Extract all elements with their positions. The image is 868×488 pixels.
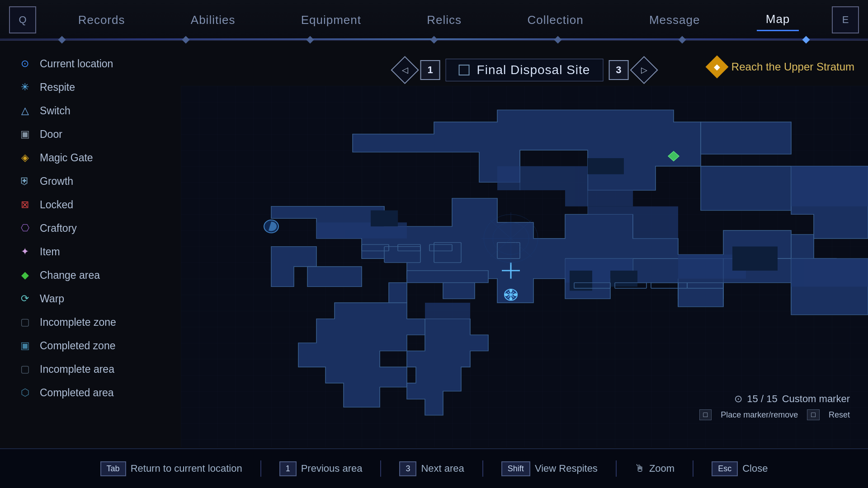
locked-icon: ⊠ [17, 197, 33, 212]
esc-key: Esc [712, 461, 738, 476]
item-label: Item [40, 246, 60, 258]
next-area-label: Next area [421, 463, 464, 474]
objective-label: Reach the Upper Stratum [731, 61, 854, 73]
change-area-icon: ◆ [17, 267, 33, 283]
legend-item-switch: △ Switch [14, 101, 167, 120]
svg-rect-30 [570, 271, 592, 291]
mouse-icon: 🖱 [635, 463, 645, 474]
separator-5 [693, 460, 693, 477]
svg-marker-12 [307, 267, 362, 286]
nav-item-abilities[interactable]: Abilities [182, 9, 245, 31]
nav-item-collection[interactable]: Collection [518, 9, 592, 31]
separator-2 [380, 460, 381, 477]
legend-item-craftory: ⎔ Craftory [14, 219, 167, 238]
nav-dots [0, 37, 868, 42]
tab-key: Tab [100, 461, 126, 476]
next-area-nav-button[interactable]: ▷ [630, 56, 658, 84]
nav-dot-equipment [306, 36, 314, 44]
prev-area-nav-button[interactable]: ◁ [391, 56, 419, 84]
nav-item-records[interactable]: Records [69, 9, 134, 31]
locked-label: Locked [40, 199, 73, 211]
view-respites-label: View Respites [535, 463, 598, 474]
nav-dot-relics [430, 36, 438, 44]
legend-item-completed-area: ⬡ Completed area [14, 383, 167, 402]
nav-item-map[interactable]: Map [757, 9, 799, 31]
growth-label: Growth [40, 175, 73, 188]
completed-zone-label: Completed zone [40, 340, 116, 352]
svg-point-47 [509, 297, 512, 300]
nav-dot-records [58, 36, 66, 44]
nav-item-message[interactable]: Message [640, 9, 709, 31]
legend-item-incomplete-zone: ▢ Incomplete zone [14, 313, 167, 332]
nav-items-container: RecordsAbilitiesEquipmentRelicsCollectio… [36, 9, 832, 31]
legend-item-magic-gate: ◈ Magic Gate [14, 148, 167, 167]
svg-rect-13 [384, 247, 420, 263]
incomplete-area-icon: ▢ [17, 361, 33, 377]
nav-item-relics[interactable]: Relics [418, 9, 471, 31]
bottom-bar: Tab Return to current location 1 Previou… [0, 448, 868, 488]
svg-rect-16 [407, 271, 488, 283]
area-title-box: Final Disposal Site [446, 59, 604, 81]
next-area-action: 3 Next area [399, 461, 464, 476]
separator-1 [260, 460, 261, 477]
svg-rect-26 [371, 211, 398, 227]
incomplete-area-label: Incomplete area [40, 363, 114, 375]
legend-item-change-area: ◆ Change area [14, 266, 167, 285]
svg-point-46 [509, 290, 512, 292]
next-key: 3 [399, 461, 416, 476]
legend-item-respite: ✳ Respite [14, 78, 167, 97]
svg-point-44 [505, 294, 508, 296]
svg-rect-15 [497, 243, 520, 259]
q-icon: Q [19, 14, 26, 26]
svg-rect-28 [732, 247, 778, 271]
legend-item-incomplete-area: ▢ Incomplete area [14, 360, 167, 379]
nav-dot-collection [554, 36, 562, 44]
nav-right-button[interactable]: E [832, 6, 859, 33]
current-location-label: Current location [40, 58, 113, 70]
reset-key-badge: □ [807, 409, 820, 420]
marker-count: 15 / 15 [747, 393, 777, 405]
legend-item-locked: ⊠ Locked [14, 195, 167, 214]
zoom-label: Zoom [649, 463, 675, 474]
legend-item-warp: ⟳ Warp [14, 289, 167, 308]
legend-item-current-location: ⊙ Current location [14, 54, 167, 73]
incomplete-zone-icon: ▢ [17, 314, 33, 330]
legend-item-door: ▣ Door [14, 125, 167, 144]
completed-zone-icon: ▣ [17, 338, 33, 353]
svg-marker-3 [701, 122, 791, 154]
item-icon: ✦ [17, 244, 33, 259]
svg-point-45 [514, 294, 517, 296]
incomplete-zone-label: Incomplete zone [40, 316, 116, 328]
marker-count-label: Custom marker [782, 393, 850, 405]
current-location-icon: ⊙ [17, 56, 33, 71]
objective-inner-icon: ◆ [714, 62, 720, 72]
door-label: Door [40, 128, 62, 141]
marker-info: ⊙ 15 / 15 Custom marker □ Place marker/r… [699, 393, 850, 420]
map-container: ◁ 1 Final Disposal Site 3 ▷ ◆ Reach the … [181, 54, 868, 447]
custom-marker-count: ⊙ 15 / 15 Custom marker [734, 393, 850, 405]
shift-key: Shift [501, 461, 530, 476]
place-marker-label: Place marker/remove [721, 410, 798, 420]
growth-icon: ⛨ [17, 174, 33, 189]
area-number-left: 1 [420, 60, 440, 80]
svg-rect-27 [588, 158, 624, 174]
nav-dot-abilities [182, 36, 190, 44]
switch-label: Switch [40, 105, 71, 117]
change-area-label: Change area [40, 269, 100, 282]
svg-marker-22 [791, 166, 868, 206]
svg-rect-14 [434, 243, 461, 263]
separator-4 [616, 460, 617, 477]
legend-item-completed-zone: ▣ Completed zone [14, 336, 167, 355]
prev-key: 1 [279, 461, 297, 476]
objective-display: ◆ Reach the Upper Stratum [709, 59, 854, 75]
top-navigation: Q RecordsAbilitiesEquipmentRelicsCollect… [0, 0, 868, 41]
completed-area-label: Completed area [40, 387, 114, 399]
area-number-right: 3 [609, 60, 628, 80]
magic-gate-label: Magic Gate [40, 152, 93, 164]
nav-item-equipment[interactable]: Equipment [292, 9, 370, 31]
e-icon: E [842, 14, 849, 26]
door-icon: ▣ [17, 127, 33, 142]
left-arrow-icon: ◁ [402, 65, 408, 75]
map-header: ◁ 1 Final Disposal Site 3 ▷ [395, 59, 654, 81]
nav-left-button[interactable]: Q [9, 6, 36, 33]
